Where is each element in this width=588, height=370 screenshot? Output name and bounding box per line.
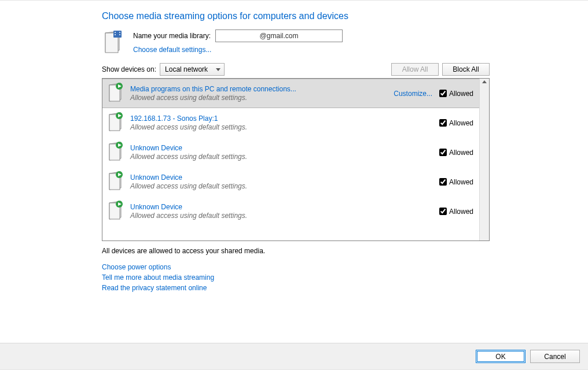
device-status: Allowed access using default settings. bbox=[130, 94, 388, 102]
svg-rect-4 bbox=[115, 34, 116, 35]
allowed-label: Allowed bbox=[449, 208, 473, 216]
device-list: Media programs on this PC and remote con… bbox=[102, 79, 479, 240]
allowed-label: Allowed bbox=[449, 149, 473, 157]
media-streaming-options-window: Choose media streaming options for compu… bbox=[0, 0, 588, 370]
page-title: Choose media streaming options for compu… bbox=[102, 11, 490, 21]
device-text: Media programs on this PC and remote con… bbox=[130, 85, 388, 102]
choose-power-options-link[interactable]: Choose power options bbox=[102, 263, 490, 271]
device-right: Customize...Allowed bbox=[394, 90, 473, 98]
show-devices-label: Show devices on: bbox=[102, 65, 156, 73]
allowed-checkbox-input[interactable] bbox=[439, 90, 447, 97]
ok-button[interactable]: OK bbox=[476, 350, 525, 363]
device-drive-icon bbox=[107, 200, 124, 223]
device-right: Allowed bbox=[439, 119, 473, 127]
allowed-label: Allowed bbox=[449, 119, 473, 127]
device-name-link[interactable]: Unknown Device bbox=[130, 203, 433, 211]
scrollbar[interactable] bbox=[479, 79, 489, 240]
allowed-checkbox-input[interactable] bbox=[439, 119, 447, 127]
library-row: Name your media library: Choose default … bbox=[102, 29, 490, 55]
device-status: Allowed access using default settings. bbox=[130, 212, 433, 220]
device-status: Allowed access using default settings. bbox=[130, 153, 433, 161]
library-name-input[interactable] bbox=[215, 29, 343, 42]
device-text: 192.168.1.73 - Sonos Play:1Allowed acces… bbox=[130, 114, 433, 131]
device-row[interactable]: Unknown DeviceAllowed access using defau… bbox=[102, 138, 479, 167]
device-status: Allowed access using default settings. bbox=[130, 182, 433, 190]
filter-row: Show devices on: Local network Allow All… bbox=[102, 63, 490, 76]
allow-all-button[interactable]: Allow All bbox=[391, 63, 439, 76]
allowed-label: Allowed bbox=[449, 178, 473, 186]
device-status: Allowed access using default settings. bbox=[130, 123, 433, 131]
library-name-label: Name your media library: bbox=[133, 32, 211, 40]
device-right: Allowed bbox=[439, 208, 473, 216]
allowed-checkbox-input[interactable] bbox=[439, 149, 447, 156]
device-list-box: Media programs on this PC and remote con… bbox=[102, 78, 490, 241]
tell-me-more-link[interactable]: Tell me more about media streaming bbox=[102, 273, 490, 282]
help-links: Choose power options Tell me more about … bbox=[102, 263, 490, 292]
device-row[interactable]: Unknown DeviceAllowed access using defau… bbox=[102, 197, 479, 226]
allowed-checkbox[interactable]: Allowed bbox=[439, 208, 473, 216]
status-line: All devices are allowed to access your s… bbox=[102, 247, 490, 255]
show-devices-dropdown[interactable]: Local network bbox=[160, 63, 225, 76]
footer: OK Cancel bbox=[0, 343, 588, 369]
library-fields: Name your media library: Choose default … bbox=[133, 29, 343, 54]
device-row[interactable]: Unknown DeviceAllowed access using defau… bbox=[102, 167, 479, 197]
device-text: Unknown DeviceAllowed access using defau… bbox=[130, 144, 433, 161]
content-area: Choose media streaming options for compu… bbox=[0, 1, 588, 343]
cancel-button[interactable]: Cancel bbox=[530, 350, 580, 363]
allowed-checkbox[interactable]: Allowed bbox=[439, 119, 473, 127]
scroll-up-icon bbox=[482, 80, 487, 83]
allowed-checkbox-input[interactable] bbox=[439, 208, 447, 215]
allowed-checkbox[interactable]: Allowed bbox=[439, 149, 473, 157]
device-name-link[interactable]: Unknown Device bbox=[130, 173, 433, 182]
show-devices-value: Local network bbox=[165, 65, 208, 73]
block-all-button[interactable]: Block All bbox=[442, 63, 490, 76]
allowed-checkbox-input[interactable] bbox=[439, 178, 447, 186]
device-name-link[interactable]: 192.168.1.73 - Sonos Play:1 bbox=[130, 114, 433, 123]
privacy-statement-link[interactable]: Read the privacy statement online bbox=[102, 284, 490, 292]
svg-rect-6 bbox=[119, 34, 120, 35]
customize-link[interactable]: Customize... bbox=[394, 90, 432, 98]
device-drive-icon bbox=[107, 112, 124, 134]
svg-rect-3 bbox=[115, 32, 116, 33]
allowed-checkbox[interactable]: Allowed bbox=[439, 178, 473, 186]
device-drive-icon bbox=[107, 171, 124, 193]
device-drive-icon bbox=[107, 141, 124, 164]
library-name-row: Name your media library: bbox=[133, 29, 343, 42]
allowed-label: Allowed bbox=[449, 90, 473, 98]
library-drive-icon bbox=[102, 29, 125, 55]
device-name-link[interactable]: Unknown Device bbox=[130, 144, 433, 152]
svg-rect-5 bbox=[119, 32, 120, 33]
device-text: Unknown DeviceAllowed access using defau… bbox=[130, 203, 433, 220]
allowed-checkbox[interactable]: Allowed bbox=[439, 90, 473, 98]
device-drive-icon bbox=[107, 82, 124, 105]
device-text: Unknown DeviceAllowed access using defau… bbox=[130, 173, 433, 190]
device-row[interactable]: Media programs on this PC and remote con… bbox=[102, 79, 479, 108]
device-right: Allowed bbox=[439, 149, 473, 157]
device-right: Allowed bbox=[439, 178, 473, 186]
device-name-link[interactable]: Media programs on this PC and remote con… bbox=[130, 85, 388, 93]
device-row[interactable]: 192.168.1.73 - Sonos Play:1Allowed acces… bbox=[102, 108, 479, 138]
chevron-down-icon bbox=[216, 68, 220, 71]
choose-default-settings-link[interactable]: Choose default settings... bbox=[133, 46, 343, 54]
